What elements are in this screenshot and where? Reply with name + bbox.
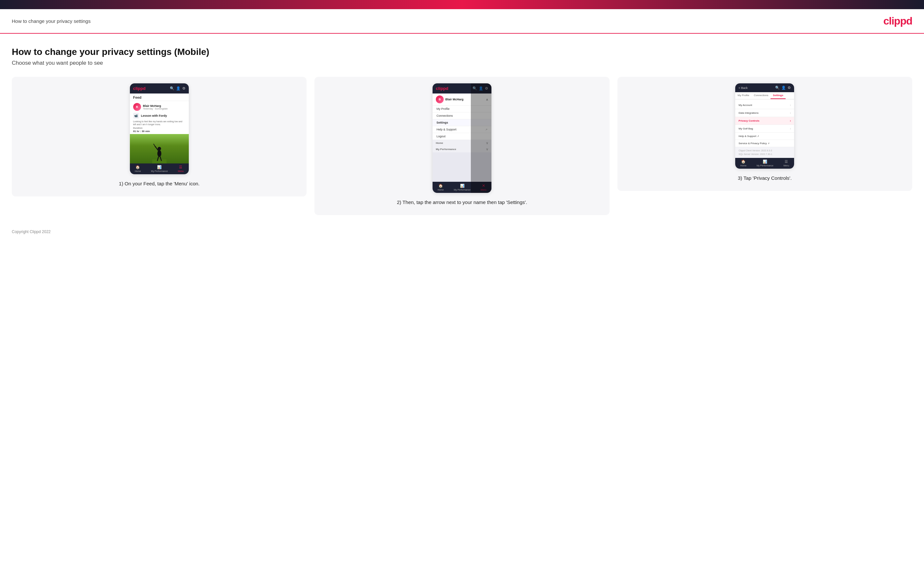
phone1-topbar: clippd 🔍 👤 ⚙ xyxy=(130,83,189,93)
menu-item-settings[interactable]: Settings xyxy=(433,119,491,126)
nav-home-2: 🏠 Home xyxy=(438,184,444,191)
menu-close-icon: ✕ xyxy=(482,184,485,188)
menu-item-label-profile: My Profile xyxy=(436,107,449,111)
step1-caption: 1) On your Feed, tap the 'Menu' icon. xyxy=(119,180,200,187)
header: How to change your privacy settings clip… xyxy=(0,9,924,34)
menu-item-profile[interactable]: My Profile xyxy=(433,106,491,113)
phone1-bottomnav: 🏠 Home 📊 My Performance ☰ Menu xyxy=(130,163,189,174)
menu-user-chevron: ∧ xyxy=(486,98,488,102)
menu-item-logout[interactable]: Logout xyxy=(433,133,491,140)
phone2-icons: 🔍 👤 ⚙ xyxy=(472,86,488,90)
version-line1: Clippd Client Version: 2022.8.3-3 xyxy=(738,149,791,153)
back-button[interactable]: < Back xyxy=(738,86,748,90)
menu-icon: ☰ xyxy=(179,165,182,169)
feed-label: Feed xyxy=(130,93,189,101)
search-icon-3: 🔍 xyxy=(775,85,780,90)
chevron-right-3: › xyxy=(790,119,791,122)
step3-caption: 3) Tap 'Privacy Controls'. xyxy=(738,174,792,182)
menu-user-name: Blair McHarg xyxy=(445,98,464,101)
phone2-bottomnav: 🏠 Home 📊 My Performance ✕ Menu xyxy=(433,182,491,193)
feed-lesson-row: 📹 Lesson with Fordy xyxy=(130,111,189,119)
performance-icon: 📊 xyxy=(157,165,162,169)
main-content: How to change your privacy settings (Mob… xyxy=(0,34,924,222)
settings-tabs: My Profile Connections Settings xyxy=(735,92,794,99)
settings-icon-3: ⚙ xyxy=(788,85,791,90)
phone3-icons: 🔍 👤 ⚙ xyxy=(775,85,791,90)
menu-item-label-logout: Logout xyxy=(436,135,446,138)
menu-item-label-connections: Connections xyxy=(436,114,453,118)
version-line2: SQL Server Version: 2022.7.30-1 xyxy=(738,153,791,156)
phone1-logo: clippd xyxy=(133,86,145,91)
chevron-right-2: › xyxy=(790,111,791,115)
nav-performance-2: 📊 My Performance xyxy=(454,184,470,191)
menu-section-home[interactable]: Home ∨ xyxy=(433,140,491,146)
menu-item-label-help: Help & Support xyxy=(436,128,456,131)
footer: Copyright Clippd 2022 xyxy=(0,222,924,242)
settings-icon-2: ⚙ xyxy=(485,86,488,90)
svg-point-1 xyxy=(157,150,161,157)
menu-section-home-label: Home xyxy=(436,142,443,145)
settings-item-help[interactable]: Help & Support ↗ xyxy=(735,133,794,140)
step2-caption: 2) Then, tap the arrow next to your name… xyxy=(397,199,527,206)
page-subheading: Choose what you want people to see xyxy=(12,60,912,66)
menu-user-row: B Blair McHarg ∧ xyxy=(433,93,491,106)
performance-collapse-icon: ∨ xyxy=(486,147,488,151)
settings-item-golf-bag[interactable]: My Golf Bag › xyxy=(735,125,794,133)
logo: clippd xyxy=(884,15,912,27)
feed-lesson-icon: 📹 xyxy=(133,113,139,119)
feed-lesson-title: Lesson with Fordy xyxy=(141,114,167,118)
phone-mockup-2: clippd 🔍 👤 ⚙ B Blair McHarg ∧ xyxy=(433,83,491,193)
search-icon-2: 🔍 xyxy=(472,86,477,90)
nav-menu-label: Menu xyxy=(178,170,184,172)
settings-icon: ⚙ xyxy=(182,86,186,90)
settings-item-my-account[interactable]: My Account › xyxy=(735,102,794,109)
nav-performance-label-3: My Performance xyxy=(756,164,773,167)
feed-screen: Feed B Blair McHarg Yesterday · Sunningd… xyxy=(130,93,189,163)
nav-performance-label-2: My Performance xyxy=(454,189,470,191)
home-icon-3: 🏠 xyxy=(741,160,746,164)
menu-item-label-settings: Settings xyxy=(436,121,448,124)
nav-menu-2[interactable]: ✕ Menu xyxy=(481,184,486,191)
settings-label-my-account: My Account xyxy=(738,104,752,106)
feed-lesson-desc: Looking to feel like my hands are exitin… xyxy=(130,119,189,127)
tab-settings[interactable]: Settings xyxy=(771,92,786,99)
menu-item-help[interactable]: Help & Support ↗ xyxy=(433,126,491,133)
settings-item-privacy-controls[interactable]: Privacy Controls › xyxy=(735,117,794,125)
menu-item-connections[interactable]: Connections xyxy=(433,113,491,119)
feed-user-info: Blair McHarg Yesterday · Sunningdale xyxy=(143,104,168,110)
nav-menu: ☰ Menu xyxy=(178,165,184,172)
external-link-icon: ↗ xyxy=(485,128,488,131)
step-2-card: clippd 🔍 👤 ⚙ B Blair McHarg ∧ xyxy=(315,77,609,215)
phone1-icons: 🔍 👤 ⚙ xyxy=(170,86,186,90)
search-icon: 🔍 xyxy=(170,86,174,90)
feed-duration-val: 01 hr : 30 min xyxy=(130,130,189,134)
tab-connections[interactable]: Connections xyxy=(751,92,771,99)
copyright: Copyright Clippd 2022 xyxy=(12,229,51,234)
top-bar xyxy=(0,0,924,9)
settings-item-privacy-policy[interactable]: Service & Privacy Policy ↗ xyxy=(735,140,794,147)
nav-performance: 📊 My Performance xyxy=(151,165,168,172)
page-heading: How to change your privacy settings (Mob… xyxy=(12,47,912,57)
menu-screen: B Blair McHarg ∧ My Profile Connections … xyxy=(433,93,491,182)
menu-section-performance[interactable]: My Performance ∨ xyxy=(433,146,491,152)
home-icon: 🏠 xyxy=(136,165,140,169)
steps-row: clippd 🔍 👤 ⚙ Feed B Blair McHarg Yester xyxy=(12,77,912,215)
phone2-topbar: clippd 🔍 👤 ⚙ xyxy=(433,83,491,93)
performance-icon-3: 📊 xyxy=(763,160,767,164)
nav-menu-3: ☰ Menu xyxy=(783,160,789,167)
tab-my-profile[interactable]: My Profile xyxy=(735,92,751,99)
feed-photo xyxy=(130,134,189,163)
nav-home-label: Home xyxy=(135,170,141,172)
nav-home-label-3: Home xyxy=(740,164,747,167)
user-icon-3: 👤 xyxy=(781,85,786,90)
settings-label-data-integrations: Data Integrations xyxy=(738,111,758,114)
golfer-silhouette xyxy=(151,140,168,163)
step-1-card: clippd 🔍 👤 ⚙ Feed B Blair McHarg Yester xyxy=(12,77,307,197)
nav-menu-label-3: Menu xyxy=(783,164,789,167)
nav-home-label-2: Home xyxy=(438,189,444,191)
home-collapse-icon: ∨ xyxy=(486,141,488,145)
svg-line-4 xyxy=(153,144,155,147)
nav-home-3: 🏠 Home xyxy=(740,160,747,167)
settings-version: Clippd Client Version: 2022.8.3-3 SQL Se… xyxy=(735,147,794,158)
settings-item-data-integrations[interactable]: Data Integrations › xyxy=(735,109,794,117)
